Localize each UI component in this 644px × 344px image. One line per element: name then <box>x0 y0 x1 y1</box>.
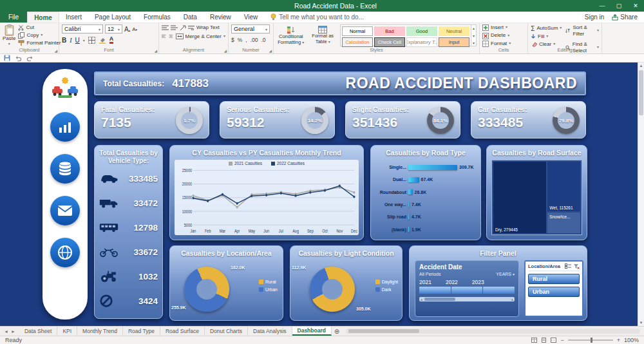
sidebar-item-web[interactable] <box>50 238 80 267</box>
clipboard-dialog-launcher[interactable]: ◢ <box>54 49 57 53</box>
sheet-nav-left[interactable]: ◄ <box>4 329 8 334</box>
page-layout-view-icon[interactable] <box>541 338 547 343</box>
orientation-button[interactable] <box>180 24 186 31</box>
fill-color-button[interactable] <box>99 37 106 44</box>
align-middle-icon[interactable] <box>171 25 178 31</box>
conditional-formatting-button[interactable]: Conditional Formatting ▾ <box>276 24 305 46</box>
cell-style-bad[interactable]: Bad <box>374 26 405 36</box>
font-dialog-launcher[interactable]: ◢ <box>154 49 157 53</box>
zoom-slider[interactable] <box>568 339 613 341</box>
share-button[interactable]: Share <box>612 14 638 21</box>
ribbon-tab-home[interactable]: Home <box>27 12 59 23</box>
slicer-item-rural[interactable]: Rural <box>528 274 580 284</box>
save-button[interactable] <box>4 55 10 61</box>
align-center-icon[interactable] <box>169 33 173 39</box>
undo-button[interactable] <box>15 55 22 61</box>
minimize-button[interactable]: — <box>594 0 611 12</box>
italic-button[interactable]: I <box>70 37 71 44</box>
scroll-left-icon[interactable]: ◂ <box>421 298 422 301</box>
cell-style-calculation[interactable]: Calculation <box>342 37 373 47</box>
insert-cells-button[interactable]: Insert▾ <box>482 24 525 31</box>
scroll-down-icon[interactable]: ▼ <box>638 320 644 326</box>
cell-style-input[interactable]: Input <box>439 37 469 47</box>
wrap-text-button[interactable]: Wrap Text <box>188 24 220 31</box>
sidebar-item-mail[interactable] <box>50 196 80 225</box>
underline-button[interactable]: U <box>75 37 80 44</box>
redo-button[interactable] <box>26 55 33 61</box>
sheet-nav-right[interactable]: ► <box>11 329 15 334</box>
page-break-view-icon[interactable] <box>551 338 556 343</box>
bold-button[interactable]: B <box>62 37 66 44</box>
increase-decimal-button[interactable]: .00 <box>251 37 258 43</box>
ribbon-tab-insert[interactable]: Insert <box>59 12 88 23</box>
fill-button[interactable]: Fill▾ <box>531 33 562 40</box>
cut-button[interactable]: Cut <box>18 24 61 31</box>
timeline-scrollbar[interactable]: ◂▸ <box>419 297 515 301</box>
maximize-button[interactable]: ▢ <box>611 0 627 12</box>
zoom-slider-thumb[interactable] <box>591 338 592 343</box>
sheet-tab-data-analysis[interactable]: Data Analysis <box>248 327 292 336</box>
ribbon-tab-formulas[interactable]: Formulas <box>137 12 177 23</box>
format-cells-button[interactable]: Format▾ <box>482 41 525 47</box>
increase-font-button[interactable]: A▴ <box>124 26 130 33</box>
format-painter-button[interactable]: Format Painter <box>18 40 61 46</box>
cell-style-good[interactable]: Good <box>406 26 437 36</box>
ribbon-tab-view[interactable]: View <box>238 12 265 23</box>
horizontal-scroll-thumb[interactable] <box>348 329 419 333</box>
sidebar-item-charts[interactable] <box>50 112 80 142</box>
gallery-down-button[interactable]: ▾ <box>473 33 475 38</box>
clear-filter-icon[interactable] <box>573 263 580 269</box>
number-dialog-launcher[interactable]: ◢ <box>269 49 272 53</box>
decrease-decimal-button[interactable]: .0 <box>261 37 266 43</box>
sort-filter-button[interactable]: Sort & Filter▾ <box>565 24 599 38</box>
normal-view-icon[interactable] <box>531 338 537 343</box>
delete-cells-button[interactable]: Delete▾ <box>482 32 525 39</box>
ribbon-tab-file[interactable]: File <box>0 12 27 23</box>
percent-format-button[interactable]: % <box>238 37 243 43</box>
vertical-scroll-thumb[interactable] <box>639 70 643 115</box>
cell-style-neutral[interactable]: Neutral <box>439 26 469 36</box>
sheet-tab-kpi[interactable]: KPI <box>57 327 77 336</box>
cell-style-normal[interactable]: Normal <box>342 26 373 36</box>
ribbon-tab-data[interactable]: Data <box>177 12 204 23</box>
timeline-granularity-select[interactable]: YEARS ▾ <box>496 272 515 276</box>
scroll-right-icon[interactable]: ▸ <box>511 298 513 301</box>
copy-button[interactable]: Copy▾ <box>18 32 61 39</box>
gallery-up-button[interactable]: ▴ <box>473 26 475 30</box>
sheet-tab-dashboard[interactable]: Dashboard <box>292 327 332 336</box>
autosum-button[interactable]: ∑AutoSum▾ <box>531 24 562 32</box>
tell-me-box[interactable]: Tell me what you want to do... <box>264 12 370 23</box>
cell-style-check-cell[interactable]: Check Cell <box>374 37 405 47</box>
accounting-format-button[interactable]: $ <box>231 37 234 43</box>
alignment-dialog-launcher[interactable]: ◢ <box>223 49 227 53</box>
number-format-select[interactable]: General▾ <box>231 24 270 33</box>
comma-format-button[interactable]: , <box>245 37 247 43</box>
sheet-tab-monthly-trend[interactable]: Monthly Trend <box>77 327 123 336</box>
horizontal-scrollbar[interactable] <box>346 329 640 334</box>
scroll-up-icon[interactable]: ▲ <box>638 62 644 69</box>
cell-style-explanatory-t[interactable]: Explanatory T... <box>406 37 437 47</box>
decrease-font-button[interactable]: A▾ <box>132 26 137 32</box>
sign-in-link[interactable]: Sign in <box>585 14 605 21</box>
ribbon-tab-page-layout[interactable]: Page Layout <box>88 12 137 23</box>
multi-select-icon[interactable] <box>565 263 571 269</box>
timeline-selection-bar[interactable] <box>419 287 515 294</box>
zoom-out-button[interactable]: − <box>560 337 564 343</box>
font-color-button[interactable]: A <box>109 36 114 44</box>
align-top-icon[interactable] <box>162 25 169 31</box>
ribbon-tab-review[interactable]: Review <box>204 12 238 23</box>
zoom-in-button[interactable]: + <box>617 337 620 343</box>
sheet-tab-road-surface[interactable]: Road Surface <box>160 327 205 336</box>
borders-button[interactable] <box>88 37 95 44</box>
font-size-select[interactable]: 12▾ <box>105 24 122 33</box>
sheet-tab-road-type[interactable]: Road Type <box>123 327 160 336</box>
vertical-scrollbar[interactable]: ▲ ▼ <box>638 62 644 326</box>
timeline-scroll-thumb[interactable] <box>424 298 455 301</box>
align-left-icon[interactable] <box>162 33 166 39</box>
format-as-table-button[interactable]: Format as Table ▾ <box>308 24 337 46</box>
sidebar-item-database[interactable] <box>50 154 80 184</box>
close-button[interactable]: ✕ <box>627 0 644 12</box>
sheet-tab-data-sheet[interactable]: Data Sheet <box>19 327 58 336</box>
font-name-select[interactable]: Calibri▾ <box>62 24 103 33</box>
sheet-tab-donut-charts[interactable]: Donut Charts <box>205 327 248 336</box>
